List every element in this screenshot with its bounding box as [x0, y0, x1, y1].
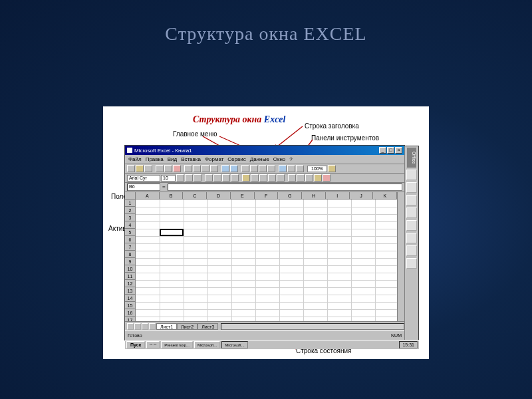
sort-asc-button[interactable]	[259, 165, 267, 172]
minimize-button[interactable]: _	[379, 147, 386, 154]
taskbar-item[interactable]: Microsoft...	[221, 341, 247, 348]
map-button[interactable]	[287, 165, 295, 172]
menu-insert[interactable]: Вставка	[181, 156, 201, 162]
maximize-button[interactable]: □	[387, 147, 394, 154]
menu-edit[interactable]: Правка	[146, 156, 164, 162]
tab-nav-next[interactable]	[142, 323, 148, 330]
col-header[interactable]: H	[302, 192, 326, 199]
menu-help[interactable]: ?	[289, 156, 292, 162]
col-header[interactable]: I	[326, 192, 350, 199]
row-header[interactable]: 6	[125, 236, 135, 243]
font-color-button[interactable]	[323, 174, 331, 182]
italic-button[interactable]	[185, 174, 193, 182]
sheet-tab-3[interactable]: Лист3	[198, 323, 218, 330]
office-shortcut-icon[interactable]	[406, 220, 417, 231]
office-shortcut-icon[interactable]	[406, 170, 417, 180]
align-center-button[interactable]	[213, 174, 221, 182]
col-header[interactable]: B	[160, 192, 184, 199]
col-header[interactable]: A	[136, 192, 160, 199]
inc-decimal-button[interactable]	[268, 174, 276, 182]
menu-view[interactable]: Вид	[168, 156, 177, 162]
taskbar-item[interactable]: Microsoft...	[194, 341, 220, 348]
row-header[interactable]: 14	[125, 295, 135, 302]
help-button[interactable]	[328, 165, 336, 172]
titlebar[interactable]: Microsoft Excel - Книга1 _ □ ×	[125, 146, 404, 155]
cut-button[interactable]	[184, 165, 192, 172]
format-painter-button[interactable]	[210, 165, 218, 172]
row-header[interactable]: 3	[125, 214, 135, 221]
formula-input[interactable]	[168, 184, 402, 191]
row-header[interactable]: 7	[125, 243, 135, 251]
menu-data[interactable]: Данные	[250, 156, 269, 162]
tab-nav-prev[interactable]	[134, 323, 141, 330]
save-button-tb[interactable]	[144, 165, 152, 172]
row-header[interactable]: 11	[125, 273, 135, 280]
row-header[interactable]: 8	[125, 251, 135, 258]
taskbar-item[interactable]: Present Exp...	[161, 341, 193, 348]
font-size-combo[interactable]: 10	[161, 175, 176, 182]
spellcheck-button[interactable]	[173, 165, 181, 172]
font-name-combo[interactable]: Arial Cyr	[127, 175, 160, 182]
row-header[interactable]: 15	[125, 302, 135, 309]
zoom-combo[interactable]: 100%	[307, 166, 327, 172]
office-shortcut-icon[interactable]	[406, 233, 417, 243]
chart-button[interactable]	[279, 165, 287, 172]
undo-button[interactable]	[221, 165, 229, 172]
sort-desc-button[interactable]	[267, 165, 275, 172]
percent-button[interactable]	[251, 174, 259, 182]
col-header[interactable]: G	[278, 192, 302, 199]
preview-button[interactable]	[164, 165, 172, 172]
cells[interactable]	[136, 200, 397, 321]
align-left-button[interactable]	[205, 174, 213, 182]
menu-tools[interactable]: Сервис	[227, 156, 245, 162]
sheet-tab-2[interactable]: Лист2	[177, 323, 198, 330]
tab-nav-last[interactable]	[149, 323, 156, 330]
row-header[interactable]: 4	[125, 221, 135, 229]
print-button[interactable]	[156, 165, 164, 172]
open-button[interactable]	[136, 165, 144, 172]
menu-file[interactable]: Файл	[128, 156, 142, 162]
horizontal-scrollbar[interactable]	[221, 323, 404, 330]
paste-button[interactable]	[201, 165, 209, 172]
col-header[interactable]: D	[207, 192, 231, 199]
sheet-tab-1[interactable]: Лист1	[156, 323, 177, 330]
office-shortcut-icon[interactable]	[406, 207, 417, 218]
col-header[interactable]: C	[183, 192, 207, 199]
office-shortcut-icon[interactable]	[406, 258, 417, 269]
copy-button[interactable]	[193, 165, 201, 172]
office-shortcut-icon[interactable]	[406, 195, 417, 205]
tab-nav-first[interactable]	[127, 323, 134, 330]
col-header[interactable]: K	[373, 192, 397, 199]
active-cell[interactable]	[160, 229, 184, 236]
menu-window[interactable]: Окно	[273, 156, 286, 162]
select-all-corner[interactable]	[125, 192, 135, 200]
fill-color-button[interactable]	[314, 174, 322, 182]
bold-button[interactable]	[176, 174, 184, 182]
system-tray-clock[interactable]: 15:31	[399, 341, 418, 348]
row-header[interactable]: 10	[125, 265, 135, 273]
function-button[interactable]	[250, 165, 258, 172]
menu-format[interactable]: Формат	[205, 156, 223, 162]
borders-button[interactable]	[305, 174, 313, 182]
row-header[interactable]: 12	[125, 280, 135, 287]
row-header[interactable]: 5	[125, 229, 135, 236]
col-header[interactable]: E	[231, 192, 255, 199]
redo-button[interactable]	[230, 165, 238, 172]
row-header[interactable]: 13	[125, 287, 135, 295]
currency-button[interactable]	[242, 174, 250, 182]
underline-button[interactable]	[194, 174, 201, 182]
row-header[interactable]: 1	[125, 200, 135, 207]
office-shortcut-icon[interactable]	[406, 245, 417, 256]
row-header[interactable]: 16	[125, 309, 135, 317]
merge-center-button[interactable]	[231, 174, 239, 182]
office-tab[interactable]: Office	[407, 148, 416, 168]
autosum-button[interactable]	[241, 165, 249, 172]
comma-button[interactable]	[259, 174, 267, 182]
col-header[interactable]: J	[350, 192, 374, 199]
inc-indent-button[interactable]	[297, 174, 305, 182]
start-button[interactable]: Пуск	[126, 341, 145, 348]
dec-indent-button[interactable]	[288, 174, 296, 182]
name-box[interactable]: B6	[127, 184, 160, 191]
taskbar-item[interactable]: "" ""	[146, 341, 160, 348]
align-right-button[interactable]	[222, 174, 230, 182]
